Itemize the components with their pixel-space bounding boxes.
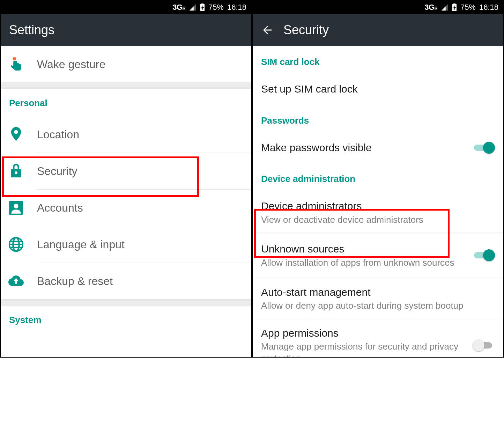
battery-percent: 75%	[208, 3, 224, 12]
globe-icon	[8, 237, 24, 252]
page-title: Settings	[9, 23, 54, 37]
svg-point-6	[14, 204, 18, 208]
cloud-upload-icon	[8, 273, 24, 289]
item-title: Make passwords visible	[261, 141, 467, 155]
svg-rect-1	[201, 3, 203, 5]
settings-item-accounts[interactable]: Accounts	[1, 190, 251, 226]
section-header-sim: SIM card lock	[253, 46, 503, 75]
person-icon	[8, 200, 24, 215]
svg-point-3	[14, 130, 18, 134]
signal-icon	[441, 3, 449, 11]
svg-point-2	[13, 57, 16, 60]
battery-charging-icon	[452, 3, 457, 11]
item-subtitle: View or deactivate device administrators	[261, 214, 495, 226]
security-body: SIM card lock Set up SIM card lock Passw…	[253, 46, 503, 357]
security-item-app-permissions[interactable]: App permissions Manage app permissions f…	[253, 319, 503, 357]
section-divider	[1, 299, 251, 306]
svg-point-4	[15, 171, 17, 174]
lock-icon	[8, 163, 24, 179]
security-item-sim-setup[interactable]: Set up SIM card lock	[253, 75, 503, 103]
item-label: Location	[37, 128, 79, 141]
settings-item-backup[interactable]: Backup & reset	[1, 263, 251, 299]
settings-item-location[interactable]: Location	[1, 116, 251, 153]
item-title: Set up SIM card lock	[261, 82, 495, 96]
back-button[interactable]	[261, 24, 274, 36]
item-title: Unknown sources	[261, 242, 467, 256]
status-bar: 3GR 75% 16:18	[253, 1, 503, 14]
toggle-unknown-sources[interactable]	[473, 248, 495, 262]
item-title: Device administrators	[261, 199, 495, 213]
security-item-autostart[interactable]: Auto-start management Allow or deny app …	[253, 278, 503, 319]
item-label: Language & input	[37, 238, 125, 251]
touch-icon	[8, 57, 24, 72]
item-label: Backup & reset	[37, 275, 113, 288]
section-header-system: System	[1, 306, 251, 333]
app-bar: Settings	[1, 14, 251, 46]
item-label: Accounts	[37, 201, 83, 214]
network-indicator: 3GR	[424, 3, 437, 12]
item-label: Security	[37, 165, 77, 178]
toggle-app-permissions[interactable]	[473, 338, 495, 352]
clock: 16:18	[227, 3, 246, 12]
toggle-passwords-visible[interactable]	[473, 141, 495, 155]
arrow-left-icon	[261, 24, 274, 36]
settings-item-wake-gesture[interactable]: Wake gesture	[1, 46, 251, 82]
settings-item-language[interactable]: Language & input	[1, 226, 251, 263]
app-bar: Security	[253, 14, 503, 46]
security-item-device-admins[interactable]: Device administrators View or deactivate…	[253, 192, 503, 233]
signal-icon	[189, 3, 197, 11]
item-title: App permissions	[261, 326, 467, 340]
settings-screen: 3GR 75% 16:18 Settings Wake gesture Pers…	[1, 1, 252, 357]
battery-percent: 75%	[460, 3, 476, 12]
item-subtitle: Allow installation of apps from unknown …	[261, 257, 467, 269]
item-subtitle: Allow or deny app auto-start during syst…	[261, 300, 495, 312]
section-header-passwords: Passwords	[253, 103, 503, 134]
battery-charging-icon	[200, 3, 205, 11]
security-screen: 3GR 75% 16:18 Security SIM card lock Set…	[252, 1, 503, 357]
settings-item-security[interactable]: Security	[1, 153, 251, 189]
network-indicator: 3GR	[172, 3, 185, 12]
item-label: Wake gesture	[37, 58, 105, 71]
clock: 16:18	[479, 3, 498, 12]
section-header-device-admin: Device administration	[253, 162, 503, 192]
section-header-personal: Personal	[1, 89, 251, 116]
settings-body: Wake gesture Personal Location Security	[1, 46, 251, 357]
security-item-unknown-sources[interactable]: Unknown sources Allow installation of ap…	[253, 233, 503, 278]
location-pin-icon	[8, 127, 24, 142]
svg-rect-13	[453, 3, 455, 5]
item-subtitle: Manage app permissions for security and …	[261, 341, 467, 357]
security-item-passwords-visible[interactable]: Make passwords visible	[253, 134, 503, 162]
status-bar: 3GR 75% 16:18	[1, 1, 251, 14]
page-title: Security	[283, 23, 329, 37]
section-divider	[1, 82, 251, 89]
item-title: Auto-start management	[261, 285, 495, 300]
